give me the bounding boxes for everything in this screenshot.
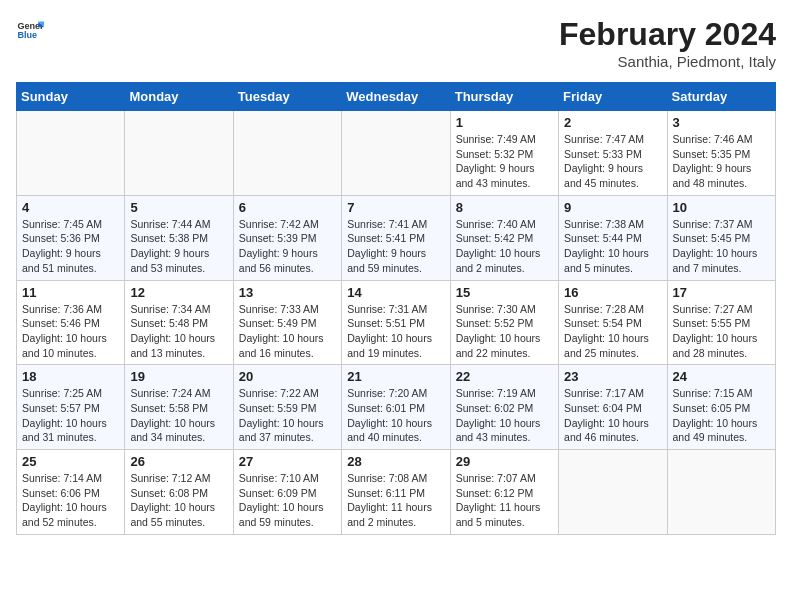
day-info: Sunrise: 7:40 AMSunset: 5:42 PMDaylight:… [456,217,553,276]
calendar-cell: 26Sunrise: 7:12 AMSunset: 6:08 PMDayligh… [125,450,233,535]
day-number: 6 [239,200,336,215]
day-info: Sunrise: 7:46 AMSunset: 5:35 PMDaylight:… [673,132,770,191]
calendar-cell: 17Sunrise: 7:27 AMSunset: 5:55 PMDayligh… [667,280,775,365]
day-number: 13 [239,285,336,300]
calendar-cell [17,111,125,196]
calendar-cell: 29Sunrise: 7:07 AMSunset: 6:12 PMDayligh… [450,450,558,535]
col-header-thursday: Thursday [450,83,558,111]
day-number: 21 [347,369,444,384]
calendar-cell: 19Sunrise: 7:24 AMSunset: 5:58 PMDayligh… [125,365,233,450]
day-info: Sunrise: 7:17 AMSunset: 6:04 PMDaylight:… [564,386,661,445]
calendar-cell: 6Sunrise: 7:42 AMSunset: 5:39 PMDaylight… [233,195,341,280]
calendar-cell: 2Sunrise: 7:47 AMSunset: 5:33 PMDaylight… [559,111,667,196]
calendar-cell: 28Sunrise: 7:08 AMSunset: 6:11 PMDayligh… [342,450,450,535]
calendar-cell: 13Sunrise: 7:33 AMSunset: 5:49 PMDayligh… [233,280,341,365]
svg-text:Blue: Blue [17,30,37,40]
day-info: Sunrise: 7:12 AMSunset: 6:08 PMDaylight:… [130,471,227,530]
day-info: Sunrise: 7:19 AMSunset: 6:02 PMDaylight:… [456,386,553,445]
calendar-cell [667,450,775,535]
calendar-cell: 23Sunrise: 7:17 AMSunset: 6:04 PMDayligh… [559,365,667,450]
day-info: Sunrise: 7:24 AMSunset: 5:58 PMDaylight:… [130,386,227,445]
location-title: Santhia, Piedmont, Italy [559,53,776,70]
day-info: Sunrise: 7:33 AMSunset: 5:49 PMDaylight:… [239,302,336,361]
calendar-cell: 1Sunrise: 7:49 AMSunset: 5:32 PMDaylight… [450,111,558,196]
day-info: Sunrise: 7:37 AMSunset: 5:45 PMDaylight:… [673,217,770,276]
day-number: 27 [239,454,336,469]
calendar-cell: 22Sunrise: 7:19 AMSunset: 6:02 PMDayligh… [450,365,558,450]
day-info: Sunrise: 7:27 AMSunset: 5:55 PMDaylight:… [673,302,770,361]
col-header-monday: Monday [125,83,233,111]
calendar-cell: 24Sunrise: 7:15 AMSunset: 6:05 PMDayligh… [667,365,775,450]
calendar-cell: 7Sunrise: 7:41 AMSunset: 5:41 PMDaylight… [342,195,450,280]
calendar-body: 1Sunrise: 7:49 AMSunset: 5:32 PMDaylight… [17,111,776,535]
day-info: Sunrise: 7:47 AMSunset: 5:33 PMDaylight:… [564,132,661,191]
day-info: Sunrise: 7:15 AMSunset: 6:05 PMDaylight:… [673,386,770,445]
calendar-cell: 8Sunrise: 7:40 AMSunset: 5:42 PMDaylight… [450,195,558,280]
day-number: 4 [22,200,119,215]
day-number: 14 [347,285,444,300]
day-info: Sunrise: 7:20 AMSunset: 6:01 PMDaylight:… [347,386,444,445]
day-number: 20 [239,369,336,384]
day-info: Sunrise: 7:49 AMSunset: 5:32 PMDaylight:… [456,132,553,191]
calendar-cell: 4Sunrise: 7:45 AMSunset: 5:36 PMDaylight… [17,195,125,280]
day-number: 10 [673,200,770,215]
day-info: Sunrise: 7:22 AMSunset: 5:59 PMDaylight:… [239,386,336,445]
calendar-cell: 18Sunrise: 7:25 AMSunset: 5:57 PMDayligh… [17,365,125,450]
day-number: 19 [130,369,227,384]
day-number: 8 [456,200,553,215]
day-number: 12 [130,285,227,300]
calendar-week-1: 1Sunrise: 7:49 AMSunset: 5:32 PMDaylight… [17,111,776,196]
calendar-cell: 3Sunrise: 7:46 AMSunset: 5:35 PMDaylight… [667,111,775,196]
day-number: 23 [564,369,661,384]
day-number: 11 [22,285,119,300]
day-number: 26 [130,454,227,469]
calendar-cell: 15Sunrise: 7:30 AMSunset: 5:52 PMDayligh… [450,280,558,365]
day-number: 16 [564,285,661,300]
day-info: Sunrise: 7:38 AMSunset: 5:44 PMDaylight:… [564,217,661,276]
day-info: Sunrise: 7:14 AMSunset: 6:06 PMDaylight:… [22,471,119,530]
day-info: Sunrise: 7:44 AMSunset: 5:38 PMDaylight:… [130,217,227,276]
day-number: 9 [564,200,661,215]
day-number: 7 [347,200,444,215]
day-info: Sunrise: 7:28 AMSunset: 5:54 PMDaylight:… [564,302,661,361]
day-number: 3 [673,115,770,130]
day-number: 2 [564,115,661,130]
calendar-cell [559,450,667,535]
title-area: February 2024 Santhia, Piedmont, Italy [559,16,776,70]
calendar-week-4: 18Sunrise: 7:25 AMSunset: 5:57 PMDayligh… [17,365,776,450]
day-number: 1 [456,115,553,130]
calendar-week-3: 11Sunrise: 7:36 AMSunset: 5:46 PMDayligh… [17,280,776,365]
calendar-cell [233,111,341,196]
day-info: Sunrise: 7:42 AMSunset: 5:39 PMDaylight:… [239,217,336,276]
calendar-table: SundayMondayTuesdayWednesdayThursdayFrid… [16,82,776,535]
month-title: February 2024 [559,16,776,53]
calendar-cell: 14Sunrise: 7:31 AMSunset: 5:51 PMDayligh… [342,280,450,365]
day-info: Sunrise: 7:30 AMSunset: 5:52 PMDaylight:… [456,302,553,361]
calendar-week-2: 4Sunrise: 7:45 AMSunset: 5:36 PMDaylight… [17,195,776,280]
calendar-cell [125,111,233,196]
day-info: Sunrise: 7:45 AMSunset: 5:36 PMDaylight:… [22,217,119,276]
day-info: Sunrise: 7:34 AMSunset: 5:48 PMDaylight:… [130,302,227,361]
calendar-cell: 10Sunrise: 7:37 AMSunset: 5:45 PMDayligh… [667,195,775,280]
calendar-cell: 21Sunrise: 7:20 AMSunset: 6:01 PMDayligh… [342,365,450,450]
col-header-friday: Friday [559,83,667,111]
calendar-week-5: 25Sunrise: 7:14 AMSunset: 6:06 PMDayligh… [17,450,776,535]
calendar-header-row: SundayMondayTuesdayWednesdayThursdayFrid… [17,83,776,111]
calendar-cell: 16Sunrise: 7:28 AMSunset: 5:54 PMDayligh… [559,280,667,365]
calendar-cell: 9Sunrise: 7:38 AMSunset: 5:44 PMDaylight… [559,195,667,280]
logo: General Blue [16,16,44,44]
calendar-cell: 25Sunrise: 7:14 AMSunset: 6:06 PMDayligh… [17,450,125,535]
calendar-cell: 5Sunrise: 7:44 AMSunset: 5:38 PMDaylight… [125,195,233,280]
col-header-sunday: Sunday [17,83,125,111]
calendar-cell: 20Sunrise: 7:22 AMSunset: 5:59 PMDayligh… [233,365,341,450]
day-number: 25 [22,454,119,469]
calendar-cell [342,111,450,196]
day-info: Sunrise: 7:25 AMSunset: 5:57 PMDaylight:… [22,386,119,445]
day-number: 28 [347,454,444,469]
day-info: Sunrise: 7:08 AMSunset: 6:11 PMDaylight:… [347,471,444,530]
day-info: Sunrise: 7:10 AMSunset: 6:09 PMDaylight:… [239,471,336,530]
day-number: 15 [456,285,553,300]
day-info: Sunrise: 7:41 AMSunset: 5:41 PMDaylight:… [347,217,444,276]
calendar-cell: 11Sunrise: 7:36 AMSunset: 5:46 PMDayligh… [17,280,125,365]
day-number: 22 [456,369,553,384]
